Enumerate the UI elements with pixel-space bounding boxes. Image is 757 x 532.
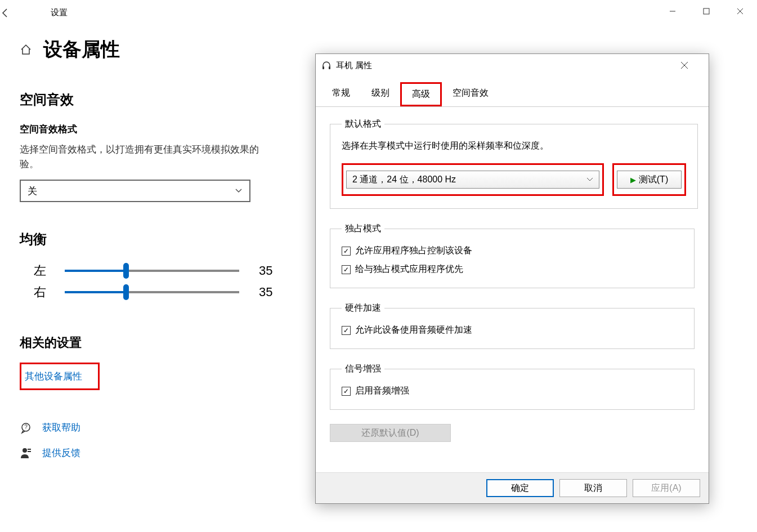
format-select-value: 2 通道，24 位，48000 Hz [352,174,456,186]
svg-rect-1 [704,8,709,14]
slider-thumb[interactable] [123,284,129,300]
default-format-group: 默认格式 选择在共享模式中运行时使用的采样频率和位深度。 2 通道，24 位，4… [330,118,698,209]
hardware-accel-group: 硬件加速 ✓ 允许此设备使用音频硬件加速 [330,302,695,349]
checkbox-icon: ✓ [342,265,351,274]
test-button-label: 测试(T) [639,174,668,186]
window-title: 设置 [51,7,68,18]
dialog-body: 默认格式 选择在共享模式中运行时使用的采样频率和位深度。 2 通道，24 位，4… [316,107,709,453]
spatial-desc: 选择空间音效格式，以打造拥有更佳真实环境模拟效果的 验。 [20,142,318,171]
spatial-desc-line1: 选择空间音效格式，以打造拥有更佳真实环境模拟效果的 [20,144,259,155]
balance-right-slider[interactable] [65,291,239,293]
back-button[interactable] [0,8,28,18]
signal-legend: 信号增强 [342,363,384,375]
tab-levels[interactable]: 级别 [361,82,400,106]
other-device-props-highlight: 其他设备属性 [20,363,100,390]
checkbox-icon: ✓ [342,387,351,396]
exclusive-priority-label: 给与独占模式应用程序优先 [355,263,463,275]
test-button-highlight: ▶ 测试(T) [612,163,686,196]
spatial-format-dropdown[interactable]: 关 [20,180,250,202]
allow-exclusive-label: 允许应用程序独占控制该设备 [355,245,472,257]
person-icon [20,447,34,459]
default-format-desc: 选择在共享模式中运行时使用的采样频率和位深度。 [342,140,686,152]
ok-button[interactable]: 确定 [486,479,554,497]
default-format-legend: 默认格式 [342,118,384,130]
home-icon[interactable] [20,43,32,56]
svg-point-6 [23,448,27,453]
dialog-tabs: 常规 级别 高级 空间音效 [316,82,709,107]
allow-exclusive-row[interactable]: ✓ 允许应用程序独占控制该设备 [342,245,683,257]
balance-left-value: 35 [259,263,272,278]
chat-icon: ? [20,422,34,434]
feedback-link[interactable]: 提供反馈 [42,446,80,459]
minimize-button[interactable] [656,0,689,23]
checkbox-icon: ✓ [342,326,351,335]
svg-text:?: ? [24,424,28,430]
balance-right-value: 35 [259,285,272,299]
dropdown-value: 关 [28,185,37,198]
signal-enhance-group: 信号增强 ✓ 启用音频增强 [330,363,695,410]
headphone-properties-dialog: 耳机 属性 常规 级别 高级 空间音效 默认格式 选择在共享模式中运行时使用的采… [315,53,709,504]
other-device-props-link[interactable]: 其他设备属性 [25,371,82,382]
dialog-footer: 确定 取消 应用(A) [316,472,709,503]
exclusive-legend: 独占模式 [342,223,384,235]
tab-general[interactable]: 常规 [321,82,361,106]
close-button[interactable] [723,0,757,23]
signal-enable-row[interactable]: ✓ 启用音频增强 [342,385,683,397]
tab-advanced[interactable]: 高级 [400,82,442,106]
signal-enable-label: 启用音频增强 [355,385,409,397]
window-controls [656,0,757,23]
format-row: 2 通道，24 位，48000 Hz ▶ 测试(T) [342,163,686,196]
slider-thumb[interactable] [123,263,129,279]
titlebar: 设置 [0,0,757,25]
test-button[interactable]: ▶ 测试(T) [617,171,682,189]
restore-defaults-button[interactable]: 还原默认值(D) [330,424,451,442]
dialog-title: 耳机 属性 [336,60,680,71]
checkbox-icon: ✓ [342,247,351,256]
exclusive-priority-row[interactable]: ✓ 给与独占模式应用程序优先 [342,263,683,275]
balance-right-label: 右 [34,284,65,301]
format-select[interactable]: 2 通道，24 位，48000 Hz [346,171,599,189]
dialog-close-button[interactable] [680,61,703,69]
chevron-down-icon [235,188,243,194]
format-select-highlight: 2 通道，24 位，48000 Hz [342,163,604,196]
play-icon: ▶ [630,176,636,184]
hw-accel-legend: 硬件加速 [342,302,384,314]
balance-left-slider[interactable] [65,270,239,272]
maximize-button[interactable] [689,0,723,23]
exclusive-mode-group: 独占模式 ✓ 允许应用程序独占控制该设备 ✓ 给与独占模式应用程序优先 [330,223,695,288]
balance-left-label: 左 [34,262,65,279]
headphones-icon [321,60,336,70]
spatial-desc-line2: 验。 [20,159,39,169]
hw-accel-label: 允许此设备使用音频硬件加速 [355,324,472,336]
page-title: 设备属性 [43,37,120,62]
dialog-titlebar: 耳机 属性 [316,54,709,77]
svg-rect-8 [329,66,330,69]
chevron-down-icon [586,177,593,182]
hw-accel-row[interactable]: ✓ 允许此设备使用音频硬件加速 [342,324,683,336]
get-help-link[interactable]: 获取帮助 [42,421,80,434]
cancel-button[interactable]: 取消 [559,479,627,497]
svg-rect-7 [322,66,324,69]
tab-spatial[interactable]: 空间音效 [442,82,499,106]
apply-button[interactable]: 应用(A) [633,479,700,497]
